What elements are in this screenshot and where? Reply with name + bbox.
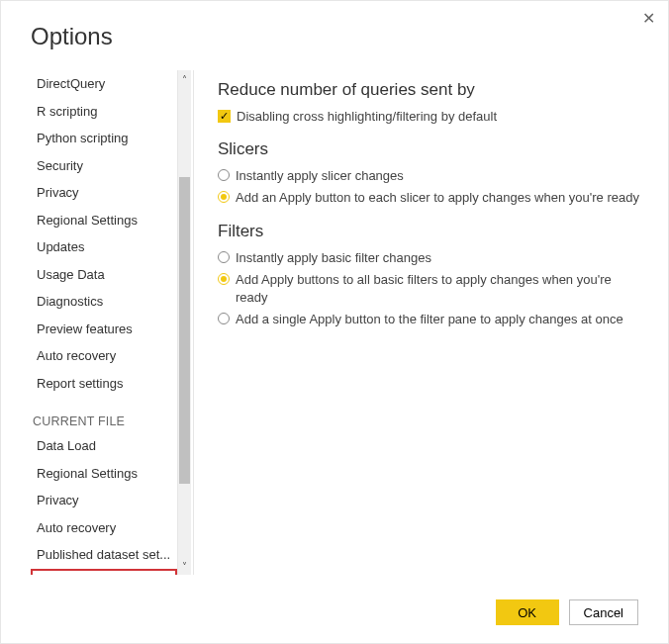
sidebar-item-python-scripting[interactable]: Python scripting bbox=[31, 125, 177, 152]
option-label: Add an Apply button to each slicer to ap… bbox=[236, 189, 639, 207]
sidebar-item-r-scripting[interactable]: R scripting bbox=[31, 98, 177, 126]
sidebar-item-auto-recovery-file[interactable]: Auto recovery bbox=[31, 514, 177, 542]
option-disable-crosshighlight[interactable]: Disabling cross highlighting/filtering b… bbox=[218, 108, 642, 126]
sidebar-item-query-reduction[interactable]: Query reduction bbox=[31, 569, 177, 576]
sidebar-item-data-load[interactable]: Data Load bbox=[31, 432, 177, 460]
option-filter-instant[interactable]: Instantly apply basic filter changes bbox=[218, 249, 642, 267]
radio-icon[interactable] bbox=[218, 273, 230, 285]
radio-icon[interactable] bbox=[218, 313, 230, 324]
radio-icon[interactable] bbox=[218, 251, 230, 263]
dialog-footer: OK Cancel bbox=[496, 599, 638, 625]
sidebar-item-regional-settings[interactable]: Regional Settings bbox=[31, 207, 177, 234]
option-filter-apply-each[interactable]: Add Apply buttons to all basic filters t… bbox=[218, 271, 642, 307]
heading-reduce-queries: Reduce number of queries sent by bbox=[218, 80, 642, 100]
option-label: Instantly apply basic filter changes bbox=[236, 249, 431, 267]
sidebar-item-report-settings[interactable]: Report settings bbox=[31, 370, 177, 398]
scroll-up-icon[interactable]: ˄ bbox=[178, 70, 191, 88]
option-label: Add a single Apply button to the filter … bbox=[236, 311, 623, 328]
page-title: Options bbox=[31, 23, 652, 50]
chevron-up-glyph: ˄ bbox=[182, 74, 187, 85]
sidebar-item-diagnostics[interactable]: Diagnostics bbox=[31, 288, 177, 316]
checkbox-icon[interactable] bbox=[218, 110, 231, 123]
sidebar-item-updates[interactable]: Updates bbox=[31, 233, 177, 261]
close-glyph: ✕ bbox=[642, 10, 655, 27]
option-label: Disabling cross highlighting/filtering b… bbox=[237, 108, 497, 126]
cancel-button[interactable]: Cancel bbox=[569, 599, 638, 625]
sidebar-scrollbar[interactable]: ˄ ˅ bbox=[177, 70, 191, 575]
radio-icon[interactable] bbox=[218, 169, 230, 181]
sidebar-list: DirectQuery R scripting Python scripting… bbox=[31, 70, 177, 575]
option-slicer-apply-button[interactable]: Add an Apply button to each slicer to ap… bbox=[218, 189, 642, 207]
scroll-track[interactable] bbox=[178, 88, 191, 557]
sidebar-item-directquery[interactable]: DirectQuery bbox=[31, 70, 177, 98]
sidebar-item-security[interactable]: Security bbox=[31, 152, 177, 180]
sidebar-item-published-dataset[interactable]: Published dataset set... bbox=[31, 541, 177, 569]
option-filter-apply-single[interactable]: Add a single Apply button to the filter … bbox=[218, 311, 642, 328]
radio-icon[interactable] bbox=[218, 191, 230, 203]
option-label: Instantly apply slicer changes bbox=[236, 167, 404, 185]
option-label: Add Apply buttons to all basic filters t… bbox=[236, 271, 642, 307]
sidebar-item-usage-data[interactable]: Usage Data bbox=[31, 261, 177, 289]
sidebar-item-privacy[interactable]: Privacy bbox=[31, 179, 177, 207]
close-icon[interactable]: ✕ bbox=[640, 11, 656, 27]
sidebar-item-privacy-file[interactable]: Privacy bbox=[31, 487, 177, 514]
ok-button[interactable]: OK bbox=[496, 599, 559, 625]
content-pane: Reduce number of queries sent by Disabli… bbox=[194, 70, 652, 575]
sidebar-item-auto-recovery[interactable]: Auto recovery bbox=[31, 342, 177, 370]
heading-slicers: Slicers bbox=[218, 139, 642, 159]
sidebar-item-regional-settings-file[interactable]: Regional Settings bbox=[31, 460, 177, 488]
scroll-down-icon[interactable]: ˅ bbox=[178, 557, 191, 575]
chevron-down-glyph: ˅ bbox=[182, 561, 187, 572]
option-slicer-instant[interactable]: Instantly apply slicer changes bbox=[218, 167, 642, 185]
scroll-thumb[interactable] bbox=[179, 177, 190, 484]
sidebar-section-current-file: CURRENT FILE bbox=[31, 397, 177, 432]
sidebar-pane: DirectQuery R scripting Python scripting… bbox=[31, 70, 194, 575]
sidebar-item-preview-features[interactable]: Preview features bbox=[31, 316, 177, 343]
heading-filters: Filters bbox=[218, 222, 642, 241]
dialog-body: DirectQuery R scripting Python scripting… bbox=[31, 70, 652, 575]
options-dialog: ✕ Options DirectQuery R scripting Python… bbox=[0, 0, 669, 644]
